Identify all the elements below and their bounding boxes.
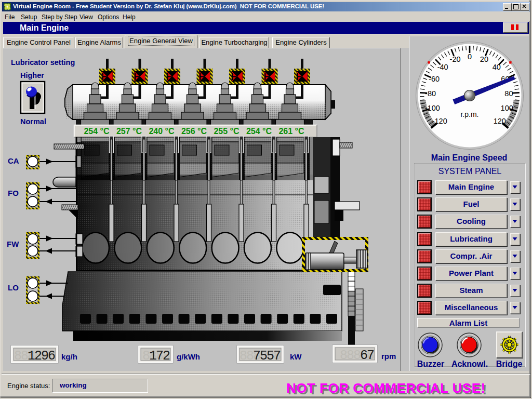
svg-text:FO: FO xyxy=(8,189,19,197)
svg-text:-20: -20 xyxy=(450,55,461,63)
svg-text:7557: 7557 xyxy=(253,349,281,364)
svg-text:Normal: Normal xyxy=(20,117,46,126)
svg-text:-60: -60 xyxy=(429,75,440,83)
svg-text:257 °C: 257 °C xyxy=(116,127,142,136)
svg-text:Higher: Higher xyxy=(20,71,44,79)
svg-text:20: 20 xyxy=(480,55,488,63)
svg-text:67: 67 xyxy=(360,348,374,363)
svg-text:CA: CA xyxy=(8,156,19,165)
svg-text:255 °C: 255 °C xyxy=(214,127,240,136)
svg-text:240 °C: 240 °C xyxy=(149,127,175,136)
svg-text:kW: kW xyxy=(290,352,302,361)
svg-text:Lubricator setting: Lubricator setting xyxy=(11,58,75,66)
svg-text:rpm: rpm xyxy=(381,352,396,361)
svg-text:r.p.m.: r.p.m. xyxy=(460,110,478,118)
svg-text:LO: LO xyxy=(8,283,19,292)
svg-text:FW: FW xyxy=(7,240,19,248)
svg-text:120: 120 xyxy=(494,117,506,125)
svg-text:1296: 1296 xyxy=(28,349,55,364)
svg-text:-120: -120 xyxy=(432,117,447,125)
svg-text:256 °C: 256 °C xyxy=(181,127,207,136)
svg-text:-40: -40 xyxy=(437,63,448,71)
svg-text:172: 172 xyxy=(149,349,170,364)
svg-text:254 °C: 254 °C xyxy=(246,127,272,136)
svg-text:100: 100 xyxy=(501,104,513,112)
svg-text:254 °C: 254 °C xyxy=(84,127,110,136)
svg-text:0: 0 xyxy=(468,52,472,61)
svg-text:g/kWh: g/kWh xyxy=(177,352,200,361)
svg-text:40: 40 xyxy=(493,63,501,71)
svg-text:261 °C: 261 °C xyxy=(278,127,304,136)
svg-text:kg/h: kg/h xyxy=(61,352,77,361)
svg-text:-100: -100 xyxy=(425,104,440,112)
svg-text:-80: -80 xyxy=(425,89,436,98)
svg-text:80: 80 xyxy=(504,89,513,98)
